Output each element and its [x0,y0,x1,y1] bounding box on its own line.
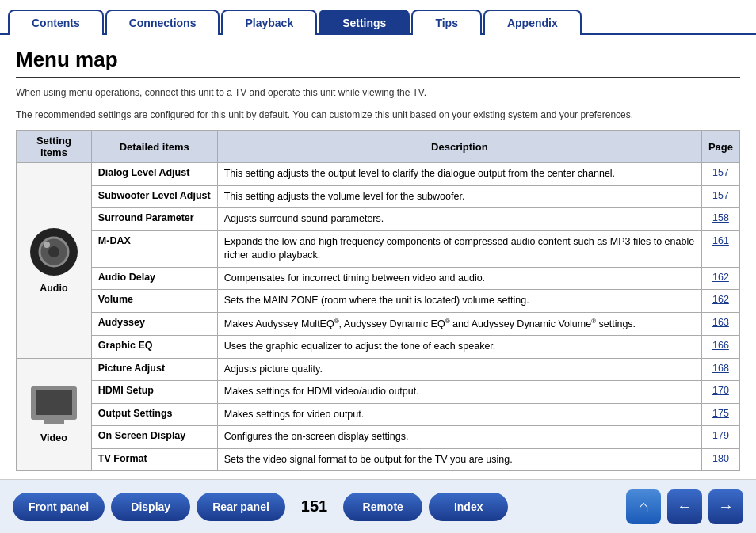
page-link[interactable]: 162 [701,290,739,313]
page-number: 151 [301,497,327,516]
tab-navigation: Contents Connections Playback Settings T… [0,0,756,35]
detail-item: TV Format [91,448,217,471]
detail-item: M-DAX [91,230,217,267]
description-cell: Sets the MAIN ZONE (room where the unit … [217,290,701,313]
table-row: VideoPicture AdjustAdjusts picture quali… [17,358,740,381]
intro-text-1: When using menu operations, connect this… [16,86,740,100]
tab-playback[interactable]: Playback [221,10,317,35]
detail-item: Surround Parameter [91,208,217,231]
table-row: M-DAXExpands the low and high frequency … [17,230,740,267]
page-link[interactable]: 158 [701,208,739,231]
description-cell: This setting adjusts the output level to… [217,163,701,186]
svg-rect-6 [44,420,64,424]
forward-button[interactable]: → [708,489,743,524]
description-cell: Makes settings for HDMI video/audio outp… [217,381,701,404]
page-link[interactable]: 170 [701,381,739,404]
section-label: Audio [40,283,67,294]
table-row: On Screen DisplayConfigures the on-scree… [17,426,740,449]
detail-item: Picture Adjust [91,358,217,381]
detail-item: On Screen Display [91,426,217,449]
table-row: AudysseyMakes Audyssey MultEQ®, Audyssey… [17,312,740,336]
description-cell: Configures the on-screen display setting… [217,426,701,449]
table-row: TV FormatSets the video signal format to… [17,448,740,471]
main-content: Menu map When using menu operations, con… [0,35,756,479]
page-link[interactable]: 162 [701,267,739,290]
page-title: Menu map [16,48,740,78]
table-row: Output SettingsMakes settings for video … [17,403,740,426]
back-button[interactable]: ← [667,489,702,524]
remote-button[interactable]: Remote [343,493,422,521]
tab-contents[interactable]: Contents [8,10,104,35]
table-row: VolumeSets the MAIN ZONE (room where the… [17,290,740,313]
table-row: Graphic EQUses the graphic equalizer to … [17,336,740,359]
detail-item: Output Settings [91,403,217,426]
tab-settings[interactable]: Settings [319,10,410,35]
icon-cell-video: Video [17,358,92,471]
description-cell: Uses the graphic equalizer to adjust the… [217,336,701,359]
index-button[interactable]: Index [429,493,508,521]
table-row: AudioDialog Level AdjustThis setting adj… [17,163,740,186]
col-header-description: Description [217,131,701,163]
table-row: Subwoofer Level AdjustThis setting adjus… [17,185,740,208]
description-cell: Compensates for incorrect timing between… [217,267,701,290]
col-header-page: Page [701,131,739,163]
detail-item: HDMI Setup [91,381,217,404]
front-panel-button[interactable]: Front panel [13,493,105,521]
rear-panel-button[interactable]: Rear panel [197,493,285,521]
svg-point-3 [44,242,50,248]
page-link[interactable]: 180 [701,448,739,471]
table-row: HDMI SetupMakes settings for HDMI video/… [17,381,740,404]
page-link[interactable]: 157 [701,163,739,186]
tab-tips[interactable]: Tips [411,10,482,35]
page-link[interactable]: 179 [701,426,739,449]
page-link[interactable]: 168 [701,358,739,381]
tab-connections[interactable]: Connections [105,10,220,35]
table-row: Surround ParameterAdjusts surround sound… [17,208,740,231]
tab-appendix[interactable]: Appendix [483,10,582,35]
icon-cell-audio: Audio [17,163,92,359]
description-cell: Makes Audyssey MultEQ®, Audyssey Dynamic… [217,312,701,336]
detail-item: Graphic EQ [91,336,217,359]
page-link[interactable]: 175 [701,403,739,426]
table-row: Audio DelayCompensates for incorrect tim… [17,267,740,290]
description-cell: Adjusts picture quality. [217,358,701,381]
intro-text-2: The recommended settings are configured … [16,108,740,122]
page-link[interactable]: 161 [701,230,739,267]
section-label: Video [40,432,67,444]
page-link[interactable]: 157 [701,185,739,208]
detail-item: Subwoofer Level Adjust [91,185,217,208]
description-cell: This setting adjusts the volume level fo… [217,185,701,208]
page-link[interactable]: 166 [701,336,739,359]
detail-item: Audyssey [91,312,217,336]
svg-point-2 [48,246,59,257]
col-header-setting-items: Setting items [17,131,92,163]
description-cell: Sets the video signal format to be outpu… [217,448,701,471]
description-cell: Makes settings for video output. [217,403,701,426]
description-cell: Adjusts surround sound parameters. [217,208,701,231]
detail-item: Volume [91,290,217,313]
footer-nav-left: Front panel Display Rear panel 151 Remot… [13,493,508,521]
svg-rect-5 [36,390,72,415]
footer: Front panel Display Rear panel 151 Remot… [0,479,756,533]
detail-item: Audio Delay [91,267,217,290]
home-button[interactable] [626,489,661,524]
col-header-detailed-items: Detailed items [91,131,217,163]
detail-item: Dialog Level Adjust [91,163,217,186]
footer-nav-right: ← → [626,489,743,524]
menu-table: Setting items Detailed items Description… [16,130,740,471]
display-button[interactable]: Display [111,493,190,521]
description-cell: Expands the low and high frequency compo… [217,230,701,267]
page-link[interactable]: 163 [701,312,739,336]
